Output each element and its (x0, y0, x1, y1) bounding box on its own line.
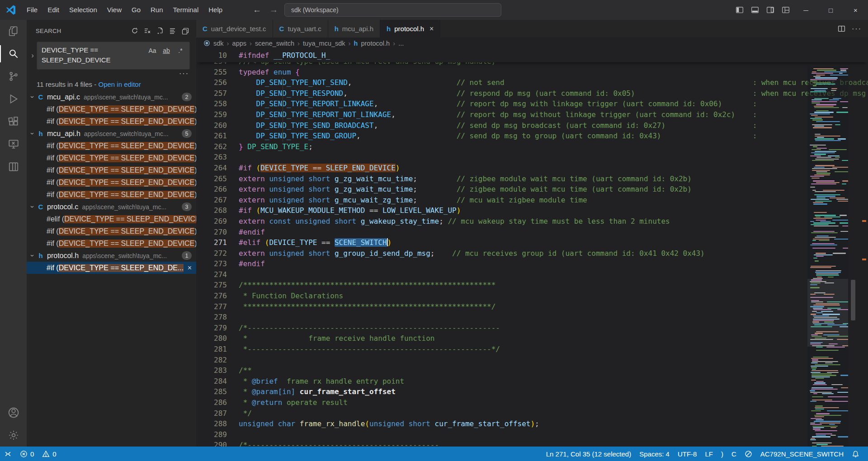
breadcrumb-item[interactable]: tuya_mcu_sdk (303, 40, 345, 47)
chevron-down-icon[interactable]: › (28, 93, 37, 101)
menu-run[interactable]: Run (146, 0, 168, 20)
chevron-down-icon[interactable]: › (28, 130, 37, 137)
close-button[interactable]: × (843, 0, 868, 20)
refresh-icon[interactable] (128, 25, 141, 36)
scrollbar-slider[interactable] (851, 280, 855, 320)
status-c[interactable]: C (727, 447, 741, 461)
code-line-260[interactable]: 260 DP_SEND_TYPE_SEND_BROADCAST, // send… (196, 120, 868, 131)
code-line-255[interactable]: 255typedef enum { (196, 67, 868, 78)
code-line-272[interactable]: 272extern unsigned short g_group_id_send… (196, 248, 868, 259)
code-line-288[interactable]: 288unsigned char frame_rx_handle(unsigne… (196, 419, 868, 429)
code-line-276[interactable]: 276 * Function Declarations (196, 291, 868, 301)
breadcrumb-item[interactable]: apps (232, 40, 246, 47)
toggle-replace-chevron-icon[interactable]: › (28, 42, 37, 70)
toggle-panel-right-icon[interactable] (763, 0, 778, 20)
explorer-icon[interactable] (0, 20, 27, 42)
code-line-284[interactable]: 284 * @brief frame rx handle entry point (196, 376, 868, 387)
code-editor[interactable]: 254///< up send type (used in mcu recv a… (196, 49, 868, 447)
status-remote[interactable] (0, 447, 16, 461)
code-line-269[interactable]: 269extern const unsigned short g_wakeup_… (196, 216, 868, 227)
code-line-283[interactable]: 283/** (196, 365, 868, 376)
code-line-261[interactable]: 261 DP_SEND_TYPE_SEND_GROUP, // send dp … (196, 131, 868, 141)
code-line-271[interactable]: 271#elif (DEVICE_TYPE == SCENE_SWITCH) (196, 237, 868, 248)
file-group-row[interactable]: ›hprotocol.happs\scene_switch\tuya_mc...… (27, 249, 196, 262)
run-debug-icon[interactable] (0, 88, 27, 110)
status-spaces-4[interactable]: Spaces: 4 (635, 447, 674, 461)
status-ac792n-scene-switch[interactable]: AC792N_SCENE_SWITCH (756, 447, 848, 461)
code-line-275[interactable]: 275/************************************… (196, 280, 868, 291)
menu-go[interactable]: Go (127, 0, 146, 20)
search-result-row[interactable]: #if (DEVICE_TYPE == SLEEP_END_DEVICE) (27, 152, 196, 164)
search-result-row[interactable]: #if (DEVICE_TYPE == SLEEP_END_DEVICE) (27, 140, 196, 152)
search-input[interactable]: DEVICE_TYPE == SLEEP_END_DEVICE Aaab.* (37, 42, 190, 70)
command-center-search[interactable]: sdk (Workspace) (284, 3, 501, 17)
minimap-slider[interactable] (807, 279, 848, 347)
search-result-row[interactable]: #if (DEVICE_TYPE == SLEEP_END_DE...× (27, 262, 196, 274)
search-details-toggle[interactable]: ··· (179, 71, 189, 77)
customize-layout-icon[interactable] (778, 0, 793, 20)
code-line-282[interactable]: 282 (196, 355, 868, 366)
code-line-286[interactable]: 286 * @return operate result (196, 397, 868, 408)
status-ln-271-col-35-12-selecte[interactable]: Ln 271, Col 35 (12 selected) (542, 447, 635, 461)
editor-more-actions-icon[interactable]: ··· (852, 25, 862, 33)
collapse-all-icon[interactable] (166, 25, 179, 36)
status-lf[interactable]: LF (701, 447, 717, 461)
breadcrumb-item[interactable]: protocol.h (361, 40, 390, 47)
menu-edit[interactable]: Edit (42, 0, 64, 20)
sticky-scroll-line[interactable]: 10#ifndef __PROTOCOL_H_ (196, 49, 868, 62)
menu-help[interactable]: Help (203, 0, 227, 20)
code-line-258[interactable]: 258 DP_SEND_TYPE_REPORT_LINKAGE, // repo… (196, 99, 868, 109)
menu-terminal[interactable]: Terminal (168, 0, 204, 20)
tab-uart_device_test-c[interactable]: Cuart_device_test.c (196, 20, 273, 38)
code-line-264[interactable]: 264#if (DEVICE_TYPE == SLEEP_END_DEVICE) (196, 163, 868, 174)
code-line-256[interactable]: 256 DP_SEND_TYPE_NOT_SEND, // not send :… (196, 77, 868, 88)
minimize-button[interactable]: ─ (793, 0, 818, 20)
search-result-row[interactable]: #elif (DEVICE_TYPE == SLEEP_END_DEVICE) (27, 213, 196, 225)
open-new-search-editor-icon[interactable] (154, 25, 166, 36)
status-warning[interactable]: 0 (38, 447, 60, 461)
search-result-row[interactable]: #if (DEVICE_TYPE == SLEEP_END_DEVICE) (27, 225, 196, 237)
layout-grid-icon[interactable] (0, 155, 27, 178)
code-line-268[interactable]: 268#if (MCU_WAKEUP_MODULE_METHOD == LOW_… (196, 205, 868, 216)
remote-monitor-icon[interactable] (0, 133, 27, 155)
code-line-274[interactable]: 274 (196, 269, 868, 280)
status--[interactable]: ) (717, 447, 727, 461)
search-result-row[interactable]: #if (DEVICE_TYPE == SLEEP_END_DEVICE) (27, 176, 196, 188)
settings-icon[interactable] (0, 424, 27, 447)
menu-view[interactable]: View (102, 0, 127, 20)
toggle-panel-left-icon[interactable] (732, 0, 747, 20)
sticky-line-10[interactable]: 10#ifndef __PROTOCOL_H_ (196, 49, 868, 62)
split-editor-icon[interactable] (838, 25, 845, 33)
menu-file[interactable]: File (22, 0, 42, 20)
dismiss-result-icon[interactable]: × (188, 264, 192, 272)
regex-toggle[interactable]: .* (175, 46, 186, 56)
file-group-row[interactable]: ›Cmcu_api.capps\scene_switch\tuya_mc...2 (27, 91, 196, 103)
chevron-down-icon[interactable]: › (28, 252, 37, 259)
status-error[interactable]: 0 (16, 447, 38, 461)
accounts-icon[interactable] (0, 401, 27, 424)
file-group-row[interactable]: ›Cprotocol.capps\scene_switch\tuya_mc...… (27, 201, 196, 213)
status-circle-slash[interactable] (741, 447, 756, 461)
tab-mcu_api-h[interactable]: hmcu_api.h (328, 20, 380, 38)
whole-word-toggle[interactable]: ab (161, 46, 172, 56)
code-line-259[interactable]: 259 DP_SEND_TYPE_REPORT_NOT_LINKAGE, // … (196, 109, 868, 120)
search-result-row[interactable]: #if (DEVICE_TYPE == SLEEP_END_DEVICE) (27, 237, 196, 249)
search-icon[interactable] (0, 42, 27, 65)
menu-selection[interactable]: Selection (64, 0, 102, 20)
code-line-257[interactable]: 257 DP_SEND_TYPE_RESPOND, // respond dp … (196, 88, 868, 99)
code-line-285[interactable]: 285 * @param[in] cur_frame_start_offset (196, 386, 868, 397)
code-line-280[interactable]: 280 * frame receive handle function (196, 333, 868, 344)
source-control-icon[interactable] (0, 65, 27, 88)
breadcrumb-item[interactable]: ... (398, 40, 404, 47)
code-line-290[interactable]: 290/*-----------------------------------… (196, 440, 868, 447)
breadcrumb[interactable]: sdk›apps›scene_switch›tuya_mcu_sdk›hprot… (196, 38, 868, 49)
chevron-down-icon[interactable]: › (28, 203, 37, 211)
code-line-287[interactable]: 287 */ (196, 408, 868, 419)
tab-tuya_uart-c[interactable]: Ctuya_uart.c (273, 20, 328, 38)
back-arrow-icon[interactable]: ← (253, 5, 261, 15)
search-result-row[interactable]: #if (DEVICE_TYPE == SLEEP_END_DEVICE) (27, 103, 196, 115)
code-line-278[interactable]: 278 (196, 312, 868, 323)
editor-scrollbar[interactable] (848, 66, 868, 447)
minimap[interactable] (807, 66, 848, 447)
toggle-panel-bottom-icon[interactable] (747, 0, 763, 20)
